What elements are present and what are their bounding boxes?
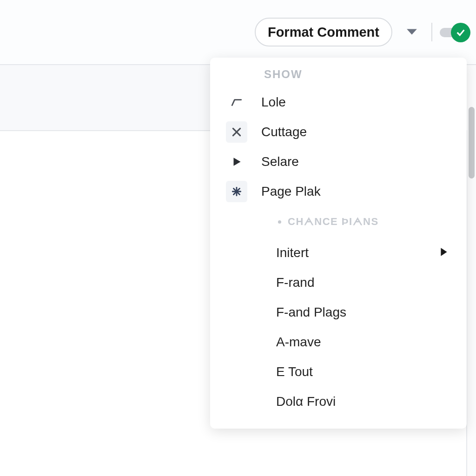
toolbar-divider — [431, 23, 432, 41]
menu-item-label: F-rand — [276, 275, 314, 290]
menu-item-label: A-mave — [276, 335, 321, 350]
menu-section-header-chance-label: CHᗅNCE ÞIᗅNS — [288, 216, 379, 228]
format-comment-button[interactable]: Format Comment — [255, 18, 392, 46]
submenu-caret-right-icon — [440, 245, 448, 260]
menu-item-dola-frovi[interactable]: Dolα Frovi — [210, 387, 467, 416]
ruler-icon — [226, 92, 247, 113]
format-comment-label: Format Comment — [268, 25, 379, 40]
vertical-scrollbar[interactable] — [467, 65, 476, 476]
play-triangle-icon — [226, 151, 247, 172]
sync-toggle[interactable] — [442, 22, 468, 42]
app-root: Format Comment SHOW Lole — [0, 0, 476, 476]
menu-item-lole[interactable]: Lole — [210, 87, 467, 117]
asterisk-icon — [226, 181, 247, 202]
menu-item-frand[interactable]: F-rand — [210, 268, 467, 298]
menu-item-etout[interactable]: E Tout — [210, 357, 467, 387]
menu-item-amave[interactable]: A-mave — [210, 327, 467, 357]
menu-item-label: Dolα Frovi — [276, 394, 336, 409]
menu-item-fand-plags[interactable]: F-and Plags — [210, 298, 467, 327]
menu-section-header-chance: CHᗅNCE ÞIᗅNS — [210, 216, 467, 228]
menu-item-cuttage[interactable]: Cuttage — [210, 117, 467, 147]
menu-item-selare[interactable]: Selare — [210, 147, 467, 177]
menu-item-label: E Tout — [276, 364, 313, 379]
menu-item-label: Lole — [261, 95, 286, 110]
toolbar-dropdown-caret[interactable] — [402, 22, 422, 42]
menu-item-label: Initert — [276, 245, 309, 260]
toggle-knob-check-icon — [451, 23, 470, 42]
menu-item-label: Selare — [261, 154, 299, 169]
menu-item-label: Cuttage — [261, 125, 307, 139]
scrollbar-thumb[interactable] — [469, 107, 475, 178]
menu-item-initert[interactable]: Initert — [210, 238, 467, 268]
menu-section-header-show: SHOW — [210, 68, 467, 81]
top-toolbar: Format Comment — [0, 0, 476, 65]
menu-item-page-plak[interactable]: Page Plak — [210, 177, 467, 206]
close-x-icon — [226, 121, 247, 143]
format-dropdown-menu: SHOW Lole Cuttage Selare — [210, 58, 467, 429]
bullet-dot-icon — [278, 220, 281, 224]
menu-item-label: F-and Plags — [276, 305, 346, 320]
menu-item-label: Page Plak — [261, 184, 321, 199]
caret-down-icon — [406, 27, 418, 37]
